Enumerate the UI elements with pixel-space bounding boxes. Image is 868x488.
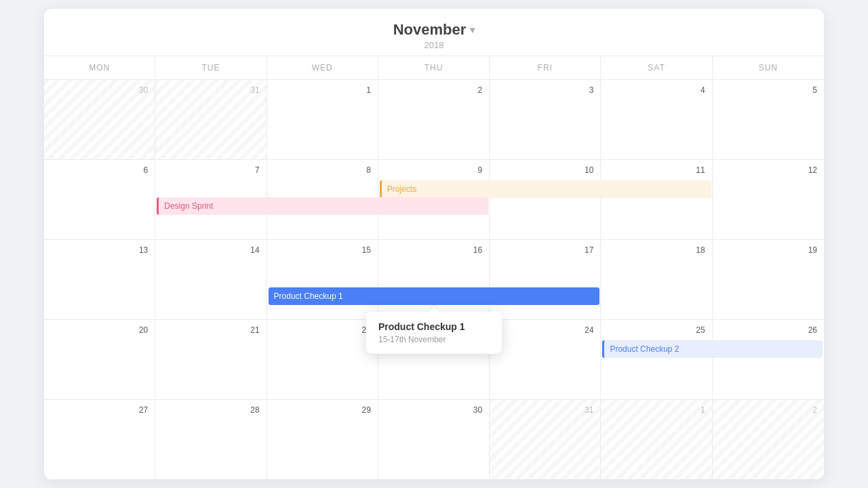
cell-nov12[interactable]: 12 bbox=[713, 160, 824, 240]
date-nov28: 28 bbox=[158, 405, 263, 418]
date-dec1: 1 bbox=[604, 405, 709, 418]
date-nov17: 17 bbox=[492, 245, 597, 258]
date-nov5: 5 bbox=[715, 85, 821, 98]
cell-nov5[interactable]: 5 bbox=[713, 80, 824, 160]
date-nov30: 30 bbox=[381, 405, 486, 418]
cell-oct31[interactable]: 31 bbox=[155, 80, 267, 160]
cell-nov27[interactable]: 27 bbox=[44, 400, 155, 480]
cell-nov3[interactable]: 3 bbox=[490, 80, 601, 160]
cell-nov26[interactable]: 26 bbox=[713, 320, 824, 400]
cell-nov22[interactable]: 22 bbox=[267, 320, 378, 400]
cell-nov29[interactable]: 29 bbox=[267, 400, 378, 480]
cell-nov17[interactable]: 17 bbox=[490, 240, 601, 320]
date-oct30: 30 bbox=[47, 85, 152, 98]
date-nov12: 12 bbox=[715, 165, 821, 178]
date-dec31: 31 bbox=[492, 405, 597, 418]
date-nov15: 15 bbox=[270, 245, 375, 258]
date-nov8: 8 bbox=[270, 165, 375, 178]
cell-nov8[interactable]: 8 bbox=[267, 160, 378, 240]
calendar-grid-wrapper: 30 31 1 2 3 4 5 6 7 8 9 10 11 12 13 14 1… bbox=[44, 80, 824, 480]
day-mon: MON bbox=[44, 56, 155, 79]
date-nov4: 4 bbox=[604, 85, 709, 98]
day-wed: WED bbox=[267, 56, 378, 79]
date-nov24: 24 bbox=[492, 325, 597, 338]
cell-nov6[interactable]: 6 bbox=[44, 160, 155, 240]
calendar-header: November ▾ 2018 bbox=[44, 9, 824, 56]
month-dropdown-arrow[interactable]: ▾ bbox=[470, 24, 475, 35]
cell-nov13[interactable]: 13 bbox=[44, 240, 155, 320]
calendar-grid: 30 31 1 2 3 4 5 6 7 8 9 10 11 12 13 14 1… bbox=[44, 80, 824, 480]
date-nov9: 9 bbox=[381, 165, 486, 178]
cell-nov21[interactable]: 21 bbox=[155, 320, 267, 400]
cell-nov11[interactable]: 11 bbox=[601, 160, 712, 240]
cell-nov18[interactable]: 18 bbox=[601, 240, 712, 320]
day-sun: SUN bbox=[713, 56, 824, 79]
date-nov6: 6 bbox=[47, 165, 152, 178]
date-nov20: 20 bbox=[47, 325, 152, 338]
cell-nov30[interactable]: 30 bbox=[378, 400, 490, 480]
cell-nov23[interactable]: 23 bbox=[378, 320, 490, 400]
cell-nov16[interactable]: 16 bbox=[378, 240, 490, 320]
cell-nov25[interactable]: 25 bbox=[601, 320, 712, 400]
date-nov29: 29 bbox=[270, 405, 375, 418]
date-nov10: 10 bbox=[492, 165, 597, 178]
cell-nov10[interactable]: 10 bbox=[490, 160, 601, 240]
cell-nov28[interactable]: 28 bbox=[155, 400, 267, 480]
date-nov7: 7 bbox=[158, 165, 263, 178]
cell-nov24[interactable]: 24 bbox=[490, 320, 601, 400]
cell-nov9[interactable]: 9 bbox=[378, 160, 490, 240]
date-nov11: 11 bbox=[604, 165, 709, 178]
cell-dec1[interactable]: 1 bbox=[601, 400, 712, 480]
date-nov19: 19 bbox=[715, 245, 821, 258]
calendar-container: November ▾ 2018 MON TUE WED THU FRI SAT … bbox=[44, 9, 824, 480]
cell-nov20[interactable]: 20 bbox=[44, 320, 155, 400]
date-nov2: 2 bbox=[381, 85, 486, 98]
day-sat: SAT bbox=[601, 56, 712, 79]
date-nov14: 14 bbox=[158, 245, 263, 258]
cell-dec2[interactable]: 2 bbox=[713, 400, 824, 480]
date-nov25: 25 bbox=[604, 325, 709, 338]
month-label: November bbox=[393, 21, 467, 39]
days-header: MON TUE WED THU FRI SAT SUN bbox=[44, 56, 824, 80]
cell-nov1[interactable]: 1 bbox=[267, 80, 378, 160]
day-tue: TUE bbox=[155, 56, 267, 79]
cell-nov7[interactable]: 7 bbox=[155, 160, 267, 240]
date-nov16: 16 bbox=[381, 245, 486, 258]
date-dec2: 2 bbox=[715, 405, 821, 418]
date-nov3: 3 bbox=[492, 85, 597, 98]
cell-nov19[interactable]: 19 bbox=[713, 240, 824, 320]
date-nov26: 26 bbox=[715, 325, 821, 338]
day-fri: FRI bbox=[490, 56, 601, 79]
cell-nov15[interactable]: 15 bbox=[267, 240, 378, 320]
cell-nov4[interactable]: 4 bbox=[601, 80, 712, 160]
date-nov27: 27 bbox=[47, 405, 152, 418]
cell-nov14[interactable]: 14 bbox=[155, 240, 267, 320]
date-nov22: 22 bbox=[270, 325, 375, 338]
date-nov1: 1 bbox=[270, 85, 375, 98]
cell-dec31[interactable]: 31 bbox=[490, 400, 601, 480]
date-nov18: 18 bbox=[604, 245, 709, 258]
date-nov13: 13 bbox=[47, 245, 152, 258]
cell-nov2[interactable]: 2 bbox=[378, 80, 490, 160]
year-label: 2018 bbox=[44, 40, 824, 50]
date-nov21: 21 bbox=[158, 325, 263, 338]
cell-oct30[interactable]: 30 bbox=[44, 80, 155, 160]
date-nov23: 23 bbox=[381, 325, 486, 338]
month-title[interactable]: November ▾ bbox=[44, 21, 824, 39]
day-thu: THU bbox=[378, 56, 490, 79]
date-oct31: 31 bbox=[158, 85, 263, 98]
